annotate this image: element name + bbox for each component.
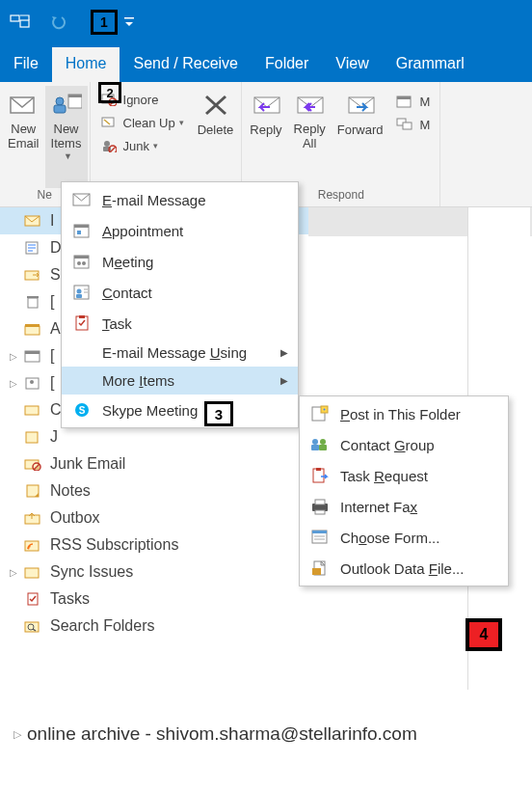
meeting-icon (396, 93, 413, 110)
svg-rect-80 (312, 531, 327, 533)
svg-point-69 (324, 409, 326, 411)
tab-view[interactable]: View (322, 47, 382, 82)
svg-rect-84 (312, 568, 321, 575)
meeting-menu-icon (71, 252, 93, 271)
new-email-button[interactable]: New Email (2, 86, 45, 188)
delete-icon (200, 90, 231, 121)
notes-icon (23, 482, 42, 500)
data-file-icon (309, 558, 331, 578)
im-button[interactable]: M (394, 113, 432, 136)
menu-outlook-data-file[interactable]: Outlook Data File... (300, 553, 508, 584)
delete-label: Delete (198, 123, 234, 137)
online-archive-account[interactable]: online archive - shivom.sharma@stellarin… (13, 723, 417, 745)
menu-appointment[interactable]: Appointment (62, 215, 298, 246)
svg-rect-78 (315, 510, 325, 514)
folder-tasks[interactable]: Tasks (0, 586, 308, 613)
contact-group-icon (309, 435, 331, 454)
callout-3: 3 (204, 401, 233, 426)
new-email-icon (8, 90, 39, 121)
menu-task[interactable]: Task (62, 308, 298, 339)
svg-rect-30 (25, 326, 40, 335)
folder-notes[interactable]: Notes (0, 477, 308, 504)
ribbon-tabs: File Home Send / Receive Folder View Gra… (0, 43, 532, 82)
new-items-menu: E-mail Message Appointment Meeting Conta… (61, 181, 299, 428)
folder-junk-email[interactable]: Junk Email (0, 450, 308, 477)
sync-icon (23, 563, 42, 581)
menu-more-items[interactable]: More Items ▶ (62, 367, 298, 395)
contacts-folder-icon (23, 374, 42, 392)
tab-home[interactable]: Home (52, 47, 120, 82)
clean-up-button[interactable]: Clean Up ▾ (98, 111, 186, 134)
svg-rect-73 (319, 445, 327, 450)
forward-icon (345, 90, 376, 121)
sent-icon (23, 266, 42, 284)
reply-button[interactable]: Reply (244, 86, 287, 188)
submenu-arrow-icon: ▶ (280, 375, 288, 386)
conversation-icon (23, 401, 42, 419)
svg-rect-22 (397, 96, 411, 99)
menu-choose-form[interactable]: Choose Form... (300, 522, 508, 553)
svg-rect-55 (74, 256, 89, 259)
svg-text:S: S (79, 405, 86, 416)
folder-rss[interactable]: RSS Subscriptions (0, 531, 308, 558)
drafts-icon (23, 239, 42, 257)
menu-meeting[interactable]: Meeting (62, 246, 298, 277)
task-request-icon (309, 466, 331, 485)
skype-icon: S (71, 400, 93, 420)
new-items-label: New Items (51, 123, 82, 151)
folder-outbox[interactable]: Outbox (0, 504, 308, 531)
svg-rect-45 (25, 568, 39, 578)
reply-all-button[interactable]: Reply All (288, 86, 332, 188)
chevron-down-icon: ▼ (64, 151, 72, 161)
menu-contact-group[interactable]: Contact Group (300, 429, 508, 460)
svg-rect-52 (74, 225, 89, 228)
menu-contact[interactable]: Contact (62, 277, 298, 308)
new-email-label: New Email (8, 123, 40, 151)
junk-button[interactable]: Junk ▾ (98, 134, 186, 157)
chevron-down-icon: ▾ (153, 141, 158, 150)
chevron-down-icon: ▾ (179, 118, 184, 127)
svg-rect-28 (28, 298, 38, 308)
appointment-icon (71, 221, 93, 240)
junk-icon (100, 137, 118, 154)
folder-search-folders[interactable]: Search Folders (0, 613, 308, 640)
meeting-reply-button[interactable]: M (394, 90, 432, 113)
forward-button[interactable]: Forward (332, 86, 389, 188)
contact-icon (71, 283, 93, 302)
form-icon (309, 528, 331, 547)
tab-grammarly[interactable]: Grammarl (383, 47, 478, 82)
post-icon (309, 404, 331, 423)
tab-folder[interactable]: Folder (252, 47, 322, 82)
folder-sync-issues[interactable]: Sync Issues (0, 558, 308, 586)
new-items-button[interactable]: New Items ▼ (45, 86, 88, 188)
svg-point-4 (56, 97, 64, 105)
svg-rect-47 (25, 622, 39, 632)
svg-rect-33 (25, 351, 40, 354)
im-icon (396, 116, 413, 133)
trash-icon (23, 293, 42, 311)
svg-rect-1 (20, 20, 29, 27)
svg-rect-36 (25, 406, 39, 415)
menu-email-message-using[interactable]: E-mail Message Using ▶ (62, 339, 298, 367)
svg-point-56 (77, 261, 81, 265)
reply-label: Reply (250, 123, 281, 137)
fax-icon (309, 497, 331, 516)
clean-up-icon (100, 114, 118, 131)
menu-task-request[interactable]: Task Request (300, 460, 508, 491)
inbox-icon (23, 212, 42, 230)
svg-rect-0 (11, 15, 19, 21)
menu-email-message[interactable]: E-mail Message (62, 184, 298, 215)
undo-icon[interactable] (48, 13, 77, 32)
menu-internet-fax[interactable]: Internet Fax (300, 491, 508, 522)
app-icon (10, 13, 31, 32)
menu-skype-meeting[interactable]: S Skype Meeting (62, 395, 298, 425)
svg-point-12 (104, 141, 110, 147)
svg-point-35 (30, 380, 34, 384)
tab-file[interactable]: File (0, 47, 52, 82)
tab-send-receive[interactable]: Send / Receive (120, 47, 252, 82)
svg-point-59 (77, 289, 82, 294)
menu-post-in-folder[interactable]: Post in This Folder (300, 398, 508, 429)
svg-rect-7 (68, 95, 82, 97)
svg-rect-53 (77, 231, 81, 234)
qat-customize-dropdown[interactable] (123, 15, 135, 29)
